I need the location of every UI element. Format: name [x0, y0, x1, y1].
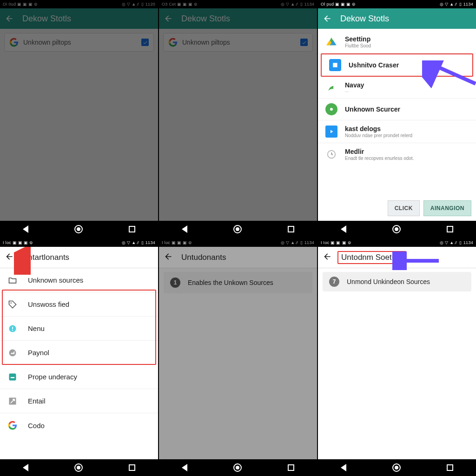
chart-icon [7, 348, 18, 358]
list-item-label: Unknown sources [28, 276, 83, 284]
content-area: Unknown piltops [0, 29, 158, 221]
list-item-entail[interactable]: Entail [0, 389, 158, 413]
svg-point-9 [9, 349, 16, 356]
back-icon[interactable] [323, 14, 332, 23]
setting-row-seetting[interactable]: Seettinp Fiultbe Sood [318, 31, 476, 53]
google-logo-icon [9, 38, 19, 47]
check-icon [141, 39, 149, 46]
list-header: Untudonants [159, 247, 317, 268]
setting-label: Seettinp [345, 35, 371, 43]
setting-row-medlir[interactable]: Medlir Enadt tle recopves enurless odot. [318, 143, 476, 165]
status-bar: Oi 0ud ▣ ▣ ▣ ⊚ ◎ ▽ ▲⫽ ▯ 1120 [0, 0, 158, 8]
content-area: 7 Unmond Unkindeon Sources [318, 268, 476, 459]
list-item-codo[interactable]: Codo [0, 413, 158, 437]
unknown-sources-toggle-item[interactable]: 1 Enables the Unkown Sources [164, 272, 312, 293]
click-button[interactable]: CLICK [388, 200, 420, 216]
status-bar: I loc ▣ ▣ ▣ ⊚ ◎ ▽ ▲⫽ ▯ 1134 [0, 238, 158, 247]
panel-4: I loc ▣ ▣ ▣ ⊚ ◎ ▽ ▲⫽ ▯ 1134 Untartlonant… [0, 238, 158, 476]
google-logo-icon [7, 420, 18, 430]
content-area: Unknown sources Unswoss fied Nenu Paynol… [0, 268, 158, 459]
list-item-paynol[interactable]: Paynol [0, 341, 158, 365]
panel-2: O3 Cet ▣ ▣ ▣ ⊚ ◎ ▽ ▲⫽ ▯ 1134 Dekow Stotl… [159, 0, 317, 238]
status-bar: I Ioc ▣ ▣ ▣ ⊚ ◎ ▽ ▲⫽ ▯ 1134 [318, 238, 476, 247]
square-arrow-icon [325, 126, 337, 138]
list-item-label: Paynol [28, 349, 49, 357]
list-item-label: Entail [28, 397, 46, 405]
setting-row-ushnitvo[interactable]: Ushnitvo Craser [321, 53, 473, 77]
nav-recent-icon[interactable] [129, 226, 135, 232]
status-bar: O3 Cet ▣ ▣ ▣ ⊚ ◎ ▽ ▲⫽ ▯ 1134 [159, 0, 317, 8]
nav-home-icon[interactable] [74, 463, 83, 472]
nav-recent-icon[interactable] [288, 226, 294, 232]
setting-label: Ushnitvo Craser [349, 61, 399, 69]
search-chip-text: Unknown piltops [23, 39, 71, 46]
panel-6: I Ioc ▣ ▣ ▣ ⊚ ◎ ▽ ▲⫽ ▯ 1134 Untodnm Soet… [318, 238, 476, 476]
list-item-label: Codo [28, 422, 45, 430]
square-blue-icon [329, 59, 341, 71]
nav-home-icon[interactable] [233, 225, 242, 233]
app-title: Dekow Stotls [340, 14, 389, 24]
nav-back-icon[interactable] [341, 464, 346, 471]
nav-home-icon[interactable] [74, 225, 83, 233]
circle-green-icon [325, 103, 337, 115]
svg-rect-3 [333, 63, 337, 67]
leaf-icon [325, 81, 337, 93]
setting-sub: Enadt tle recopves enurless odot. [345, 156, 414, 161]
back-icon[interactable] [5, 14, 14, 23]
svg-point-7 [10, 302, 12, 304]
header-title: Untartlonants [22, 253, 69, 262]
nav-back-icon[interactable] [341, 225, 346, 233]
nav-back-icon[interactable] [23, 464, 28, 471]
panel-3: Ol pud ▣ ▣ ▣ ⊚ ◎ ▽ ▲⫽ ▯ 1134 Dekow Stotl… [318, 0, 476, 238]
settings-list: Seettinp Fiultbe Sood Ushnitvo Craser Na… [318, 29, 476, 165]
nav-back-icon[interactable] [182, 225, 187, 233]
setting-sub: Fiultbe Sood [345, 43, 371, 48]
footer-buttons: CLICK AINANGION [388, 200, 471, 216]
panel-5: I loc ▣ ▣ ▣ ⊚ ◎ ▽ ▲⫽ ▯ 1134 Untudonants … [159, 238, 317, 476]
svg-point-4 [330, 108, 333, 111]
nav-bar [0, 459, 158, 476]
setting-row-nawvay[interactable]: Navay — [318, 77, 476, 99]
triangle-multi-icon [325, 36, 337, 48]
nav-recent-icon[interactable] [129, 464, 135, 471]
list-item-nenu[interactable]: Nenu [0, 317, 158, 341]
nav-bar [318, 221, 476, 238]
app-bar: Dekow Stotls [0, 8, 158, 29]
nav-recent-icon[interactable] [447, 226, 453, 232]
nav-home-icon[interactable] [392, 225, 401, 233]
nav-back-icon[interactable] [23, 225, 28, 233]
nav-bar [159, 221, 317, 238]
check-icon [300, 39, 308, 46]
back-icon[interactable] [5, 252, 14, 263]
setting-label: kast delogs [345, 125, 412, 132]
list-header: Untartlonants [0, 247, 158, 268]
back-icon[interactable] [164, 14, 173, 23]
setting-row-kast[interactable]: kast delogs Nodduv ndae prer prondet rel… [318, 120, 476, 143]
list-item-label: Nenu [28, 324, 45, 332]
svg-rect-11 [11, 377, 14, 378]
nav-recent-icon[interactable] [447, 464, 453, 471]
nav-home-icon[interactable] [233, 463, 242, 472]
nav-home-icon[interactable] [392, 463, 401, 472]
search-suggestion-chip[interactable]: Unknown piltops [4, 33, 154, 52]
content-area: Unknown piltops [159, 29, 317, 221]
app-title: Dekow Stotls [181, 14, 230, 24]
status-bar: I loc ▣ ▣ ▣ ⊚ ◎ ▽ ▲⫽ ▯ 1134 [159, 238, 317, 247]
list-item-prope[interactable]: Prope underacy [0, 365, 158, 389]
search-suggestion-chip[interactable]: Unknown piltops [163, 33, 313, 52]
content-area: 1 Enables the Unkown Sources [159, 268, 317, 459]
list-item-unswoss[interactable]: Unswoss fied [0, 292, 158, 317]
nav-back-icon[interactable] [182, 464, 187, 471]
back-icon[interactable] [164, 252, 173, 263]
tag-icon [7, 299, 18, 310]
item-label: Enables the Unkown Sources [188, 279, 273, 286]
app-teal-icon [7, 372, 18, 382]
nav-bar [159, 459, 317, 476]
unknown-sources-item[interactable]: 7 Unmond Unkindeon Sources [323, 272, 471, 291]
ainangion-button[interactable]: AINANGION [423, 200, 471, 216]
setting-row-unknown-sources[interactable]: Unknown Scurcer [318, 99, 476, 120]
setting-label: Medlir [345, 148, 414, 155]
nav-recent-icon[interactable] [288, 464, 294, 471]
list-item-unknown-sources[interactable]: Unknown sources [0, 268, 158, 292]
back-icon[interactable] [323, 252, 332, 263]
